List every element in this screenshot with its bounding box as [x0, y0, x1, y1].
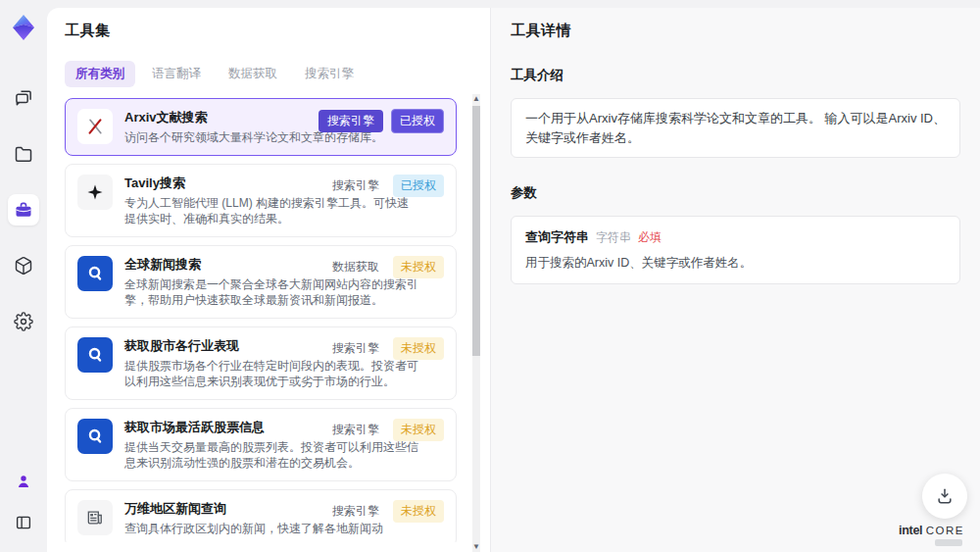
- tool-category-badge: 搜索引擎: [318, 110, 383, 132]
- intro-text: 一个用于从Arxiv存储库搜索科学论文和文章的工具。 输入可以是Arxiv ID…: [525, 111, 946, 145]
- gear-icon: [14, 312, 33, 331]
- tool-description: 全球新闻搜索是一个聚合全球各大新闻网站内容的搜索引擎，帮助用户快速获取全球最新资…: [124, 276, 418, 308]
- scroll-up-icon[interactable]: ▲: [472, 94, 480, 104]
- sidebar-item-files[interactable]: [8, 138, 39, 170]
- tools-list: Arxiv文献搜索 访问各个研究领域大量科学论文和文章的存储库。 搜索引擎 已授…: [65, 98, 490, 542]
- tool-card-regional-news[interactable]: 万维地区新闻查询 查询具体行政区划内的新闻，快速了解各地新闻动 搜索引擎 未授权: [65, 489, 457, 542]
- intro-box: 一个用于从Arxiv存储库搜索科学论文和文章的工具。 输入可以是Arxiv ID…: [511, 98, 960, 158]
- tool-status-badge: 已授权: [391, 109, 444, 133]
- intel-core-badge: intel CORE: [899, 524, 964, 546]
- tab-data-fetch[interactable]: 数据获取: [218, 61, 288, 87]
- page-title: 工具集: [65, 22, 490, 40]
- tool-description: 专为人工智能代理 (LLM) 构建的搜索引擎工具。可快速提供实时、准确和真实的结…: [124, 195, 418, 226]
- tool-detail-panel: 工具详情 工具介绍 一个用于从Arxiv存储库搜索科学论文和文章的工具。 输入可…: [490, 8, 980, 552]
- newspaper-icon: [77, 500, 113, 535]
- cube-icon: [14, 256, 33, 276]
- sidebar-bottom: [8, 466, 39, 552]
- app-logo-icon[interactable]: [11, 14, 36, 41]
- tool-category-badge: 搜索引擎: [326, 500, 385, 523]
- collapse-panel-button[interactable]: [8, 507, 39, 538]
- magnifier-icon: [77, 419, 113, 454]
- tab-search-engine[interactable]: 搜索引擎: [294, 61, 365, 87]
- tool-category-badge: 搜索引擎: [326, 419, 385, 441]
- tool-category-badge: 数据获取: [326, 256, 385, 278]
- tool-card-tavily[interactable]: Tavily搜索 专为人工智能代理 (LLM) 构建的搜索引擎工具。可快速提供实…: [65, 164, 457, 237]
- download-icon: [935, 486, 955, 506]
- user-avatar[interactable]: [8, 466, 39, 497]
- tab-all-categories[interactable]: 所有类别: [65, 61, 135, 87]
- tool-card-sector-performance[interactable]: 获取股市各行业表现 提供股票市场各个行业在特定时间段内的表现。投资者可以利用这些…: [65, 326, 457, 400]
- tool-status-badge: 未授权: [393, 419, 444, 441]
- folder-icon: [14, 144, 33, 164]
- user-icon: [15, 473, 32, 490]
- sparkle-star-icon: [77, 175, 113, 210]
- tool-category-badge: 搜索引擎: [326, 337, 385, 360]
- category-tabs: 所有类别 语言翻译 数据获取 搜索引擎: [65, 61, 490, 87]
- download-button[interactable]: [922, 474, 967, 519]
- sidebar: [0, 0, 47, 552]
- list-scrollbar[interactable]: ▲ ▼: [472, 94, 480, 552]
- param-type: 字符串: [596, 229, 631, 246]
- tool-card-most-active-stocks[interactable]: 获取市场最活跃股票信息 提供当天交易量最高的股票列表。投资者可以利用这些信息来识…: [65, 408, 457, 481]
- tool-description: 查询具体行政区划内的新闻，快速了解各地新闻动: [124, 521, 418, 536]
- sidebar-item-tools[interactable]: [8, 194, 39, 226]
- param-name: 查询字符串: [525, 228, 589, 246]
- magnifier-icon: [77, 337, 113, 373]
- tool-status-badge: 已授权: [393, 175, 444, 197]
- scroll-down-icon[interactable]: ▼: [472, 542, 480, 552]
- tool-status-badge: 未授权: [393, 337, 444, 360]
- param-box: 查询字符串 字符串 必填 用于搜索的Arxiv ID、关键字或作者姓名。: [511, 216, 960, 284]
- magnifier-icon: [77, 256, 113, 291]
- tool-card-global-news[interactable]: 全球新闻搜索 全球新闻搜索是一个聚合全球各大新闻网站内容的搜索引擎，帮助用户快速…: [65, 245, 457, 319]
- sidebar-item-packages[interactable]: [8, 250, 39, 281]
- intel-logo-text: intel: [899, 524, 922, 537]
- chat-icon: [14, 88, 33, 108]
- app-window: 工具集 所有类别 语言翻译 数据获取 搜索引擎 Arxiv文献搜索 访问各个研究…: [0, 0, 980, 552]
- tool-status-badge: 未授权: [393, 500, 444, 523]
- intro-heading: 工具介绍: [511, 67, 960, 84]
- param-required-badge: 必填: [638, 229, 662, 246]
- tools-list-panel: 工具集 所有类别 语言翻译 数据获取 搜索引擎 Arxiv文献搜索 访问各个研究…: [47, 8, 490, 552]
- sidebar-item-settings[interactable]: [8, 306, 39, 337]
- tool-card-arxiv[interactable]: Arxiv文献搜索 访问各个研究领域大量科学论文和文章的存储库。 搜索引擎 已授…: [65, 98, 457, 156]
- param-description: 用于搜索的Arxiv ID、关键字或作者姓名。: [525, 255, 946, 272]
- tab-language-translation[interactable]: 语言翻译: [141, 61, 212, 87]
- tool-description: 提供股票市场各个行业在特定时间段内的表现。投资者可以利用这些信息来识别表现优于或…: [124, 358, 418, 389]
- params-heading: 参数: [511, 184, 960, 202]
- tool-category-badge: 搜索引擎: [326, 175, 385, 197]
- tool-description: 提供当天交易量最高的股票列表。投资者可以利用这些信息来识别流动性强的股票和潜在的…: [124, 439, 418, 471]
- briefcase-icon: [14, 200, 33, 220]
- scrollbar-thumb[interactable]: [472, 106, 480, 356]
- sidebar-item-chat[interactable]: [8, 82, 39, 114]
- detail-title: 工具详情: [511, 22, 960, 40]
- arxiv-logo-icon: [77, 109, 113, 144]
- tool-status-badge: 未授权: [393, 256, 444, 278]
- intel-sub-mark: [935, 539, 962, 546]
- core-logo-text: CORE: [926, 525, 964, 536]
- panel-layout-icon: [15, 514, 32, 531]
- sidebar-nav: [8, 82, 39, 337]
